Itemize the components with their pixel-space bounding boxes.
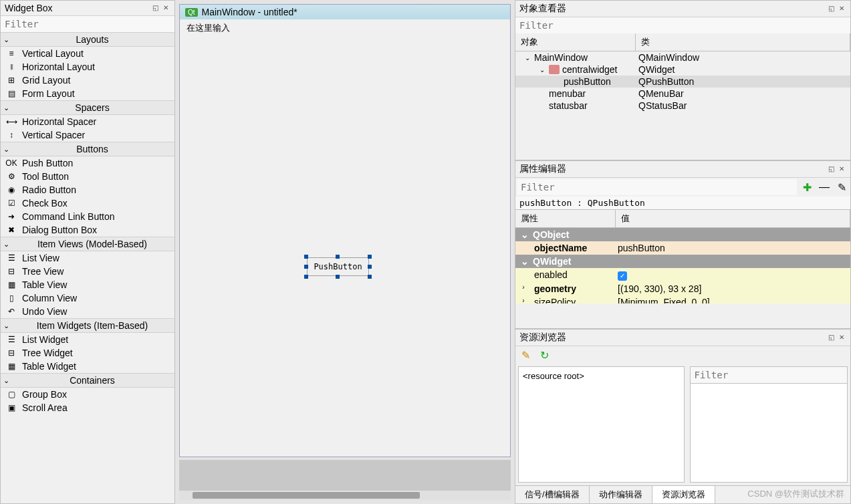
- section-name: QObject: [533, 229, 569, 240]
- widget-item[interactable]: OKPush Button: [1, 156, 174, 170]
- widget-item[interactable]: ⟷Horizontal Spacer: [1, 115, 174, 128]
- widget-item-label: Tree View: [22, 266, 64, 277]
- object-tree[interactable]: ⌄MainWindowQMainWindow⌄centralwidgetQWid…: [515, 51, 850, 160]
- horizontal-scrollbar[interactable]: [179, 491, 511, 500]
- edit-icon[interactable]: ✎: [834, 180, 849, 195]
- widget-item[interactable]: ▣Scroll Area: [1, 401, 174, 414]
- category-header[interactable]: ⌄Layouts: [1, 32, 174, 47]
- resource-filter[interactable]: [691, 367, 848, 384]
- category-label: Containers: [13, 375, 172, 386]
- widget-item[interactable]: ☰List Widget: [1, 333, 174, 346]
- widget-item[interactable]: ↕Vertical Spacer: [1, 128, 174, 142]
- window-titlebar: Qt MainWindow - untitled*: [180, 5, 510, 19]
- widget-item[interactable]: ↶Undo View: [1, 305, 174, 318]
- close-icon[interactable]: ✕: [837, 4, 846, 13]
- property-name: geometry: [521, 283, 618, 294]
- chevron-icon[interactable]: ⌄: [523, 54, 531, 61]
- property-value[interactable]: pushButton: [618, 243, 845, 253]
- bottom-gray-area: [179, 460, 511, 500]
- widget-item[interactable]: ◉Radio Button: [1, 183, 174, 197]
- resource-root[interactable]: <resource root>: [523, 371, 584, 381]
- bottom-tab[interactable]: 动作编辑器: [590, 486, 652, 503]
- resource-preview: [690, 366, 848, 483]
- pencil-icon[interactable]: ✎: [518, 348, 533, 362]
- pushbutton-widget[interactable]: PushButton: [307, 257, 369, 276]
- object-inspector-title-text: 对象查看器: [519, 3, 826, 15]
- refresh-icon[interactable]: ↻: [537, 348, 552, 362]
- property-row[interactable]: objectNamepushButton: [515, 241, 850, 255]
- menu-placeholder[interactable]: 在这里输入: [180, 19, 510, 37]
- chevron-right-icon[interactable]: ›: [519, 283, 527, 291]
- dock-icon[interactable]: ◱: [826, 333, 836, 342]
- group-icon: ▢: [6, 389, 17, 400]
- widget-item[interactable]: ⚙Tool Button: [1, 170, 174, 183]
- form-canvas[interactable]: PushButton: [180, 37, 510, 457]
- col-class[interactable]: 类: [636, 33, 850, 51]
- widget-item[interactable]: ▯Column View: [1, 291, 174, 305]
- property-list[interactable]: ⌄QObjectobjectNamepushButton⌄QWidgetenab…: [515, 228, 850, 328]
- property-row[interactable]: ›geometry[(190, 330), 93 x 28]: [515, 282, 850, 295]
- property-filter[interactable]: [517, 179, 797, 195]
- close-icon[interactable]: ✕: [161, 3, 170, 13]
- widget-box-filter[interactable]: [1, 16, 174, 32]
- tree-row[interactable]: statusbarQStatusBar: [515, 100, 850, 112]
- widget-item[interactable]: ⦀Horizontal Layout: [1, 60, 174, 74]
- dock-icon[interactable]: ◱: [826, 4, 836, 13]
- qt-icon: Qt: [185, 8, 198, 17]
- widget-item[interactable]: ▢Group Box: [1, 388, 174, 401]
- chevron-down-icon: ⌄: [521, 256, 529, 267]
- property-value[interactable]: [(190, 330), 93 x 28]: [618, 283, 845, 294]
- tree-row[interactable]: menubarQMenuBar: [515, 88, 850, 100]
- object-inspector-filter[interactable]: [515, 17, 850, 33]
- widget-item[interactable]: ☑Check Box: [1, 197, 174, 210]
- chevron-icon[interactable]: ⌄: [538, 66, 546, 74]
- widget-item[interactable]: ✖Dialog Button Box: [1, 223, 174, 237]
- dock-icon[interactable]: ◱: [150, 3, 160, 13]
- resource-tree[interactable]: <resource root>: [518, 366, 685, 483]
- widget-box-list[interactable]: ⌄Layouts≡Vertical Layout⦀Horizontal Layo…: [1, 32, 174, 503]
- bottom-tab[interactable]: 信号/槽编辑器: [515, 486, 590, 503]
- property-section[interactable]: ⌄QObject: [515, 228, 850, 241]
- checkbox-icon[interactable]: ✓: [618, 271, 627, 281]
- widget-item[interactable]: ⊟Tree Widget: [1, 346, 174, 360]
- category-header[interactable]: ⌄Containers: [1, 373, 174, 388]
- chevron-down-icon: ⌄: [3, 145, 13, 154]
- widget-item[interactable]: ▦Table Widget: [1, 360, 174, 373]
- close-icon[interactable]: ✕: [837, 333, 846, 342]
- list-icon: ☰: [6, 334, 17, 345]
- category-header[interactable]: ⌄Spacers: [1, 100, 174, 115]
- widget-item[interactable]: ▤Form Layout: [1, 87, 174, 100]
- col-object[interactable]: 对象: [515, 33, 636, 51]
- design-surface[interactable]: Qt MainWindow - untitled* 在这里输入 PushButt…: [179, 4, 511, 457]
- col-property[interactable]: 属性: [515, 210, 616, 227]
- widget-item[interactable]: ☰List View: [1, 251, 174, 265]
- tree-row[interactable]: ⌄centralwidgetQWidget: [515, 64, 850, 76]
- widget-item[interactable]: ➜Command Link Button: [1, 210, 174, 223]
- widget-item-label: Dialog Button Box: [22, 225, 97, 235]
- property-name: enabled: [521, 269, 618, 281]
- widget-item[interactable]: ≡Vertical Layout: [1, 47, 174, 60]
- category-header[interactable]: ⌄Item Views (Model-Based): [1, 237, 174, 251]
- category-header[interactable]: ⌄Item Widgets (Item-Based): [1, 318, 174, 333]
- widget-item[interactable]: ⊞Grid Layout: [1, 74, 174, 87]
- close-icon[interactable]: ✕: [837, 164, 846, 174]
- section-name: QWidget: [533, 256, 571, 267]
- bottom-tab[interactable]: 资源浏览器: [652, 486, 715, 503]
- property-section[interactable]: ⌄QWidget: [515, 255, 850, 268]
- dock-icon[interactable]: ◱: [826, 164, 836, 174]
- class-name: QMenuBar: [638, 88, 848, 99]
- tree-row[interactable]: ⌄MainWindowQMainWindow: [515, 51, 850, 64]
- col-value[interactable]: 值: [616, 210, 850, 227]
- category-label: Spacers: [13, 102, 172, 113]
- property-value[interactable]: ✓: [618, 269, 845, 281]
- property-row[interactable]: enabled✓: [515, 268, 850, 282]
- class-name: QMainWindow: [638, 52, 848, 63]
- tree-row[interactable]: pushButtonQPushButton: [515, 76, 850, 88]
- object-inspector-title: 对象查看器 ◱✕: [515, 1, 850, 17]
- category-header[interactable]: ⌄Buttons: [1, 142, 174, 156]
- add-icon[interactable]: ✚: [800, 180, 814, 195]
- widget-box-panel: Widget Box ◱ ✕ ⌄Layouts≡Vertical Layout⦀…: [0, 0, 175, 504]
- remove-icon[interactable]: —: [817, 180, 832, 195]
- widget-item[interactable]: ⊟Tree View: [1, 265, 174, 278]
- widget-item[interactable]: ▦Table View: [1, 278, 174, 291]
